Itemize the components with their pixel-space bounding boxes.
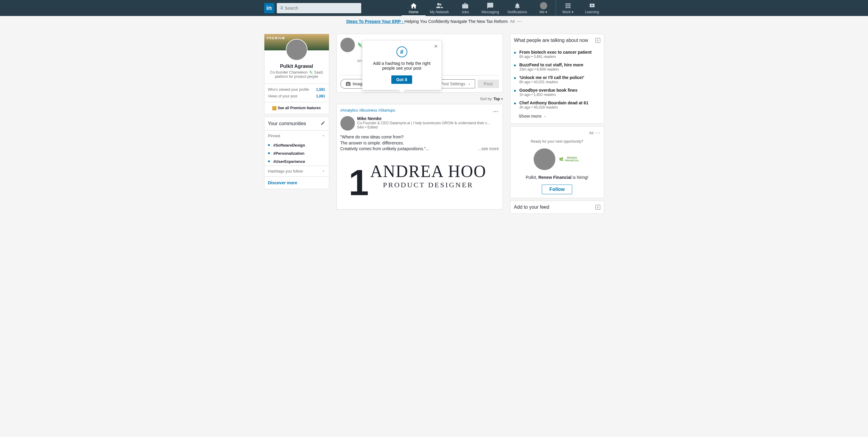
profile-name[interactable]: Pulkit Agrawal bbox=[268, 64, 325, 69]
show-more-button[interactable]: Show more bbox=[510, 111, 604, 122]
post-button[interactable]: Post bbox=[477, 80, 499, 88]
stat-label: Who's viewed your profile bbox=[268, 88, 309, 92]
dot-icon bbox=[514, 102, 516, 104]
info-icon[interactable]: i bbox=[595, 205, 600, 210]
jobs-icon bbox=[462, 2, 469, 9]
nav-label: Learning bbox=[585, 10, 599, 14]
profile-card: PREMIUM Pulkit Agrawal Co-founder Chamel… bbox=[264, 34, 329, 114]
nav-me[interactable]: Me ▾ bbox=[531, 0, 556, 16]
news-title: What people are talking about now bbox=[514, 38, 588, 43]
search-icon bbox=[279, 6, 284, 10]
nav-notifications[interactable]: Notifications bbox=[503, 0, 531, 16]
post-author-name[interactable]: Mike Nemke bbox=[357, 116, 490, 121]
ad-menu-icon[interactable]: ⋯ bbox=[595, 130, 600, 136]
hashtag-icon: # bbox=[397, 46, 407, 57]
dot-icon bbox=[514, 90, 516, 92]
nav-home[interactable]: Home bbox=[402, 0, 426, 16]
nav-label: Jobs bbox=[461, 10, 469, 14]
ad-company-logo: 🌿 RENEW FINANCIAL bbox=[559, 156, 581, 163]
avatar bbox=[540, 2, 547, 9]
discover-more-link[interactable]: Discover more bbox=[265, 177, 329, 189]
feed-post: ⋯ #Analytics #Business #Startups Mike Ne… bbox=[337, 104, 503, 210]
post-settings-dropdown[interactable]: Post Settings bbox=[437, 79, 475, 88]
follow-button[interactable]: Follow bbox=[542, 185, 572, 194]
news-item[interactable]: 'Unlock me or I'll call the police!'6h a… bbox=[510, 73, 604, 86]
ad-text: Helping You Confidently Navigate The New… bbox=[405, 19, 508, 24]
search-bar[interactable] bbox=[277, 3, 361, 13]
news-item[interactable]: Goodbye overdue book fines1h ago • 1,802… bbox=[510, 86, 604, 99]
nav-work[interactable]: Work ▾ bbox=[556, 0, 580, 16]
ad-link[interactable]: Steps To Prepare Your ERP - bbox=[346, 19, 404, 24]
nav-label: My Network bbox=[430, 10, 449, 14]
post-author-avatar[interactable] bbox=[340, 116, 355, 131]
edit-icon[interactable] bbox=[320, 121, 325, 127]
dot-icon bbox=[514, 77, 516, 79]
home-icon bbox=[410, 2, 417, 9]
nav-learning[interactable]: Learning bbox=[580, 0, 604, 16]
nav-jobs[interactable]: Jobs bbox=[453, 0, 477, 16]
post-author-headline: Co-Founder & CEO Datamyne.ai | I help bu… bbox=[357, 121, 490, 125]
add-to-feed-card[interactable]: Add to your feed i bbox=[510, 200, 604, 214]
post-hashtags[interactable]: #Analytics #Business #Startups bbox=[340, 108, 499, 113]
grid-icon bbox=[564, 2, 571, 9]
dot-icon bbox=[514, 65, 516, 66]
news-item[interactable]: From biotech exec to cancer patient6h ag… bbox=[510, 48, 604, 61]
linkedin-logo[interactable]: in bbox=[264, 3, 274, 13]
post-image[interactable]: 1 ANDREA HOO PRODUCT DESIGNER bbox=[337, 156, 503, 209]
premium-features-link[interactable]: See all Premium features bbox=[265, 102, 329, 114]
stat-value: 1,561 bbox=[316, 88, 325, 92]
dot-icon bbox=[268, 152, 270, 154]
see-more-link[interactable]: ...see more bbox=[477, 146, 499, 152]
chevron-down-icon bbox=[322, 169, 325, 173]
share-box: × # Add a hashtag to help the right peop… bbox=[337, 34, 503, 93]
camera-icon bbox=[345, 81, 351, 87]
premium-badge: PREMIUM bbox=[267, 36, 285, 40]
nav-label: Me ▾ bbox=[539, 10, 547, 14]
pinned-header[interactable]: Pinned bbox=[265, 131, 329, 141]
learning-icon bbox=[589, 2, 596, 9]
hashtag-tooltip: × # Add a hashtag to help the right peop… bbox=[362, 40, 442, 90]
nav-network[interactable]: My Network bbox=[426, 0, 453, 16]
news-item[interactable]: Chef Anthony Bourdain dead at 613h ago •… bbox=[510, 99, 604, 111]
chevron-down-icon bbox=[543, 114, 547, 118]
nav-label: Work ▾ bbox=[562, 10, 574, 14]
sort-dropdown[interactable]: Sort by: Top ▾ bbox=[337, 95, 503, 104]
post-body: "Where do new ideas come from? The answe… bbox=[340, 134, 499, 152]
chevron-up-icon bbox=[322, 134, 325, 137]
hashtag-item[interactable]: #Personalization bbox=[265, 149, 329, 157]
network-icon bbox=[436, 2, 443, 9]
chevron-down-icon: ▾ bbox=[501, 97, 503, 101]
nav-messaging[interactable]: Messaging bbox=[477, 0, 503, 16]
dot-icon bbox=[268, 144, 270, 146]
post-menu-icon[interactable]: ⋯ bbox=[493, 108, 499, 115]
stat-label: Views of your post bbox=[268, 94, 298, 98]
nav-label: Notifications bbox=[507, 10, 527, 14]
ad-question: Ready for your next opportunity? bbox=[514, 139, 600, 144]
hashtags-follow-header[interactable]: Hashtags you follow bbox=[265, 166, 329, 177]
info-icon[interactable]: i bbox=[595, 38, 600, 43]
ad-text: Pulkit, Renew Financial is hiring! bbox=[514, 175, 600, 180]
tooltip-text: Add a hashtag to help the right people s… bbox=[368, 61, 435, 70]
premium-icon bbox=[272, 106, 276, 111]
close-icon[interactable]: × bbox=[434, 43, 438, 50]
profile-headline: Co-founder Chameleon 🦎 SaaS platform for… bbox=[268, 70, 325, 79]
search-input[interactable] bbox=[285, 6, 359, 10]
dot-icon bbox=[514, 52, 516, 54]
ad-banner: Steps To Prepare Your ERP - Helping You … bbox=[0, 16, 868, 27]
communities-card: Your communities Pinned #SoftwareDesign … bbox=[264, 117, 329, 189]
profile-stat-post[interactable]: Views of your post 1,061 bbox=[265, 93, 329, 102]
profile-stat-views[interactable]: Who's viewed your profile 1,561 bbox=[265, 84, 329, 93]
stat-value: 1,061 bbox=[316, 94, 325, 98]
share-avatar bbox=[340, 38, 355, 52]
messaging-icon bbox=[487, 2, 494, 9]
ad-user-avatar bbox=[534, 148, 555, 170]
ad-label: Ad bbox=[510, 19, 515, 24]
hashtag-item[interactable]: #UserExperience bbox=[265, 157, 329, 165]
ad-menu-icon[interactable]: ⋯ bbox=[517, 19, 522, 24]
got-it-button[interactable]: Got it bbox=[391, 75, 412, 84]
add-to-feed-title: Add to your feed bbox=[514, 205, 549, 210]
nav-label: Home bbox=[409, 10, 418, 14]
hashtag-item[interactable]: #SoftwareDesign bbox=[265, 141, 329, 149]
profile-avatar[interactable] bbox=[286, 39, 308, 61]
news-item[interactable]: BuzzFeed to cut staff, hire more33m ago … bbox=[510, 61, 604, 73]
